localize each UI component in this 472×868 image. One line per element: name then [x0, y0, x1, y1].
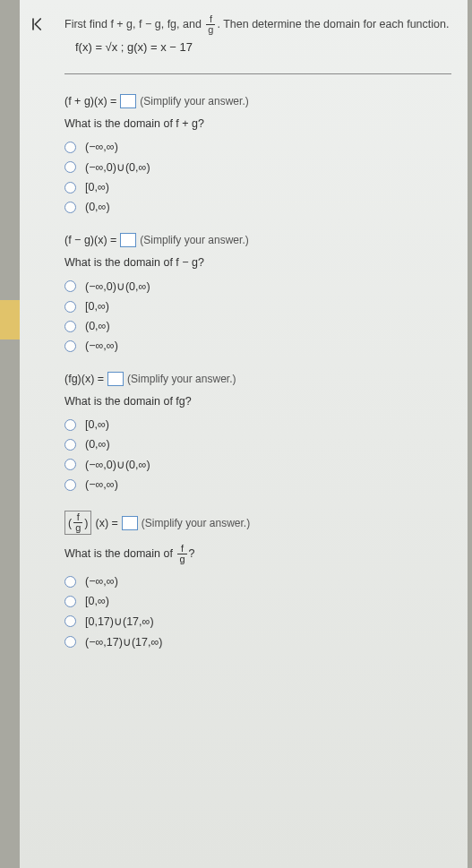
q1-option[interactable]: (−∞,∞) — [64, 137, 451, 157]
question-page: First find f + g, f − g, fg, and f g . T… — [20, 0, 468, 868]
q1-option-label: (−∞,∞) — [85, 141, 118, 153]
radio-icon — [64, 142, 76, 153]
q4-option-label: [0,17)∪(17,∞) — [85, 614, 154, 628]
q1-option[interactable]: (0,∞) — [64, 197, 451, 217]
radio-icon — [64, 182, 76, 193]
fraction-f-over-g-inline: f g — [73, 512, 82, 533]
fraction-f-over-g-subhead: f g — [177, 544, 186, 564]
radio-icon — [64, 479, 76, 491]
q1-equation-line: (f + g)(x) = (Simplify your answer.) — [64, 94, 451, 108]
radio-icon — [64, 439, 76, 451]
q4-instruction: (Simplify your answer.) — [142, 517, 250, 529]
radio-icon — [64, 161, 76, 173]
q3-equation-line: (fg)(x) = (Simplify your answer.) — [64, 372, 451, 386]
q1-option-label: (0,∞) — [85, 201, 110, 213]
section-divider — [64, 73, 451, 74]
q1-domain-question: What is the domain of f + g? — [64, 117, 451, 130]
q1-options: (−∞,∞) (−∞,0)∪(0,∞) [0,∞) (0,∞) — [64, 137, 451, 217]
q4-domain-question: What is the domain of f g ? — [64, 544, 451, 564]
q3-option-label: (−∞,0)∪(0,∞) — [85, 458, 150, 471]
q4-option[interactable]: [0,17)∪(17,∞) — [64, 611, 451, 632]
q3-option-label: [0,∞) — [85, 418, 109, 431]
q2-option[interactable]: (−∞,∞) — [64, 336, 451, 356]
q1-instruction: (Simplify your answer.) — [140, 95, 248, 107]
radio-icon — [64, 576, 76, 588]
fraction-f-over-g: f g — [206, 14, 215, 35]
function-definitions: f(x) = √x ; g(x) = x − 17 — [75, 40, 451, 54]
q3-domain-question: What is the domain of fg? — [64, 395, 451, 408]
q3-option[interactable]: [0,∞) — [64, 415, 451, 434]
q2-option-label: (0,∞) — [85, 320, 110, 332]
q4-option[interactable]: [0,∞) — [64, 591, 451, 611]
q1-answer-input[interactable] — [120, 94, 136, 108]
radio-icon — [64, 636, 76, 648]
q2-option-label: (−∞,0)∪(0,∞) — [85, 279, 150, 293]
q4-answer-input[interactable] — [122, 516, 138, 530]
radio-icon — [64, 340, 76, 352]
q2-options: (−∞,0)∪(0,∞) [0,∞) (0,∞) (−∞,∞) — [64, 276, 451, 356]
q4-option-label: (−∞,17)∪(17,∞) — [85, 635, 163, 649]
radio-icon — [64, 459, 76, 470]
q2-option-label: [0,∞) — [85, 300, 109, 313]
q3-lhs: (fg)(x) = — [64, 373, 104, 385]
q2-option[interactable]: (−∞,0)∪(0,∞) — [64, 276, 451, 296]
q2-equation-line: (f − g)(x) = (Simplify your answer.) — [64, 233, 451, 247]
q1-option-label: (−∞,0)∪(0,∞) — [85, 160, 150, 174]
q4-equation-line: ( f g ) (x) = (Simplify your answer.) — [64, 511, 451, 535]
q3-instruction: (Simplify your answer.) — [127, 373, 236, 385]
chevron-left-bar-icon — [30, 16, 47, 32]
back-button[interactable] — [30, 16, 47, 32]
q3-option-label: (0,∞) — [85, 438, 110, 451]
q4-subhead-post: ? — [189, 547, 195, 560]
radio-icon — [64, 615, 76, 627]
radio-icon — [64, 280, 76, 292]
radio-icon — [64, 596, 76, 607]
q2-option[interactable]: (0,∞) — [64, 316, 451, 336]
q4-option[interactable]: (−∞,17)∪(17,∞) — [64, 632, 451, 652]
q3-option-label: (−∞,∞) — [85, 478, 118, 491]
q2-domain-question: What is the domain of f − g? — [64, 256, 451, 269]
q2-lhs: (f − g)(x) = — [64, 234, 116, 246]
prompt-text-post: . Then determine the domain for each fun… — [217, 18, 449, 30]
q2-option[interactable]: [0,∞) — [64, 296, 451, 316]
q3-answer-input[interactable] — [107, 372, 124, 386]
q3-option[interactable]: (−∞,∞) — [64, 475, 451, 494]
q4-options: (−∞,∞) [0,∞) [0,17)∪(17,∞) (−∞,17)∪(17,∞… — [64, 572, 451, 652]
q3-option[interactable]: (0,∞) — [64, 434, 451, 454]
q2-instruction: (Simplify your answer.) — [140, 234, 248, 246]
q3-option[interactable]: (−∞,0)∪(0,∞) — [64, 454, 451, 475]
q1-option-label: [0,∞) — [85, 181, 109, 193]
q4-option-label: [0,∞) — [85, 595, 109, 607]
q1-option[interactable]: [0,∞) — [64, 177, 451, 197]
radio-icon — [64, 419, 76, 431]
q2-option-label: (−∞,∞) — [85, 339, 118, 352]
question-prompt: First find f + g, f − g, fg, and f g . T… — [64, 14, 451, 35]
side-tab-marker — [0, 300, 20, 339]
q4-option-label: (−∞,∞) — [85, 575, 118, 588]
q3-options: [0,∞) (0,∞) (−∞,0)∪(0,∞) (−∞,∞) — [64, 415, 451, 494]
radio-icon — [64, 301, 76, 313]
q2-answer-input[interactable] — [120, 233, 136, 247]
q4-subhead-pre: What is the domain of — [64, 547, 176, 560]
paren-fraction-f-over-g: ( f g ) — [64, 511, 91, 535]
q4-option[interactable]: (−∞,∞) — [64, 572, 451, 591]
q1-lhs: (f + g)(x) = — [64, 95, 116, 107]
q4-rhs: (x) = — [95, 517, 117, 529]
radio-icon — [64, 202, 76, 213]
q1-option[interactable]: (−∞,0)∪(0,∞) — [64, 157, 451, 177]
radio-icon — [64, 321, 76, 332]
prompt-text-pre: First find f + g, f − g, fg, and — [64, 18, 204, 30]
